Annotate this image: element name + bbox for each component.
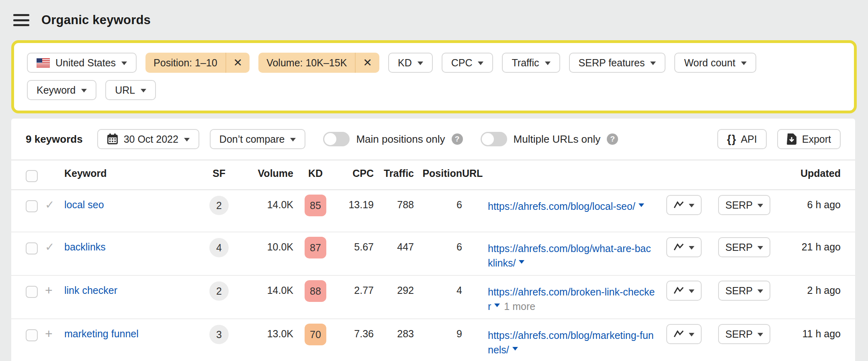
remove-filter-icon[interactable]: ✕ bbox=[355, 53, 379, 73]
keyword-link[interactable]: marketing funnel bbox=[64, 328, 139, 339]
filter-chip-label[interactable]: Position: 1–10 bbox=[145, 53, 225, 73]
row-checkbox[interactable] bbox=[26, 286, 38, 298]
calendar-icon bbox=[107, 133, 118, 145]
volume-value: 10.0K bbox=[241, 241, 293, 253]
chevron-down-icon bbox=[545, 62, 551, 68]
updated-value: 6 h ago bbox=[776, 199, 841, 211]
updated-value: 21 h ago bbox=[776, 241, 841, 253]
position-value: 6 bbox=[414, 199, 462, 211]
url-expand-icon[interactable] bbox=[519, 260, 524, 267]
api-button[interactable]: { } API bbox=[717, 129, 767, 149]
trend-icon bbox=[674, 243, 684, 251]
row-checkbox[interactable] bbox=[26, 200, 38, 212]
col-keyword[interactable]: Keyword bbox=[64, 160, 197, 187]
position-history-button[interactable] bbox=[666, 237, 702, 257]
country-selector[interactable]: United States bbox=[27, 53, 137, 73]
chevron-down-icon bbox=[418, 62, 423, 68]
page-title: Organic keywords bbox=[41, 13, 151, 27]
position-history-button[interactable] bbox=[666, 281, 702, 301]
remove-filter-icon[interactable]: ✕ bbox=[225, 53, 250, 73]
filter-serp-features[interactable]: SERP features bbox=[569, 53, 666, 73]
col-updated[interactable]: Updated bbox=[776, 160, 841, 187]
url-link[interactable]: https://ahrefs.com/blog/local-seo/ bbox=[488, 201, 635, 212]
trend-icon bbox=[674, 330, 684, 338]
country-label: United States bbox=[55, 57, 116, 69]
col-sf[interactable]: SF bbox=[197, 160, 241, 187]
cpc-value: 2.77 bbox=[338, 285, 374, 296]
keyword-link[interactable]: link checker bbox=[64, 285, 117, 296]
filter-chip-label[interactable]: Volume: 10K–15K bbox=[258, 53, 355, 73]
filter-keyword[interactable]: Keyword bbox=[27, 80, 96, 100]
serp-button[interactable]: SERP bbox=[718, 281, 770, 301]
chevron-down-icon bbox=[650, 62, 656, 68]
col-volume[interactable]: Volume bbox=[241, 160, 293, 187]
results-panel: 9 keywords 30 Oct 2022 Don’t compare bbox=[11, 119, 855, 361]
filter-traffic[interactable]: Traffic bbox=[502, 53, 560, 73]
multiple-urls-toggle[interactable] bbox=[481, 132, 507, 146]
filter-kd[interactable]: KD bbox=[388, 53, 433, 73]
chevron-down-icon bbox=[81, 89, 87, 95]
updated-value: 2 h ago bbox=[776, 285, 841, 296]
url-link[interactable]: https://ahrefs.com/blog/what-are-backlin… bbox=[488, 243, 651, 269]
col-traffic[interactable]: Traffic bbox=[374, 160, 414, 187]
export-button[interactable]: Export bbox=[777, 129, 841, 149]
multiple-urls-label: Multiple URLs only bbox=[514, 133, 601, 146]
col-kd[interactable]: KD bbox=[293, 160, 338, 187]
select-all-checkbox[interactable] bbox=[26, 170, 38, 182]
url-expand-icon[interactable] bbox=[494, 304, 500, 310]
check-icon: ✓ bbox=[45, 241, 64, 253]
position-history-button[interactable] bbox=[666, 324, 702, 344]
add-keyword-icon[interactable]: + bbox=[45, 285, 64, 296]
updated-value: 11 h ago bbox=[776, 328, 841, 340]
serp-button[interactable]: SERP bbox=[718, 237, 770, 257]
main-positions-label: Main positions only bbox=[356, 133, 445, 146]
chevron-down-icon bbox=[689, 333, 694, 339]
filter-cpc[interactable]: CPC bbox=[442, 53, 493, 73]
table-row: + link checker 2 14.0K 88 2.77 292 4 htt… bbox=[11, 276, 855, 319]
col-position[interactable]: Position bbox=[414, 160, 462, 187]
row-checkbox[interactable] bbox=[26, 242, 38, 254]
kd-badge: 87 bbox=[305, 237, 326, 258]
serp-button[interactable]: SERP bbox=[718, 195, 770, 215]
chevron-down-icon bbox=[741, 62, 747, 68]
cpc-value: 13.19 bbox=[338, 199, 374, 211]
chevron-down-icon bbox=[121, 62, 127, 68]
keyword-link[interactable]: local seo bbox=[64, 199, 104, 210]
braces-icon: { } bbox=[727, 133, 735, 146]
url-expand-icon[interactable] bbox=[512, 347, 518, 353]
cpc-value: 5.67 bbox=[338, 241, 374, 253]
download-icon bbox=[787, 133, 796, 145]
main-positions-toggle[interactable] bbox=[323, 132, 350, 146]
table-header: Keyword SF Volume KD CPC Traffic Positio… bbox=[11, 160, 855, 190]
cpc-value: 7.36 bbox=[338, 328, 374, 340]
filter-chip-volume: Volume: 10K–15K ✕ bbox=[258, 53, 379, 73]
position-history-button[interactable] bbox=[666, 195, 702, 215]
help-icon[interactable]: ? bbox=[452, 133, 463, 145]
volume-value: 14.0K bbox=[241, 285, 293, 296]
position-value: 9 bbox=[414, 328, 462, 340]
row-checkbox[interactable] bbox=[26, 329, 38, 341]
kd-badge: 88 bbox=[305, 280, 326, 302]
url-expand-icon[interactable] bbox=[639, 203, 644, 210]
menu-icon[interactable] bbox=[13, 14, 29, 26]
check-icon: ✓ bbox=[45, 199, 64, 211]
more-urls-label[interactable]: 1 more bbox=[504, 301, 535, 312]
keywords-count: 9 keywords bbox=[26, 133, 83, 146]
chevron-down-icon bbox=[689, 246, 694, 252]
add-keyword-icon[interactable]: + bbox=[45, 328, 64, 339]
sf-badge: 4 bbox=[209, 238, 229, 257]
compare-selector[interactable]: Don’t compare bbox=[210, 129, 306, 149]
table-row: ✓ backlinks 4 10.0K 87 5.67 447 6 https:… bbox=[11, 232, 855, 276]
chevron-down-icon bbox=[290, 138, 296, 144]
filter-url[interactable]: URL bbox=[105, 80, 156, 100]
filter-word-count[interactable]: Word count bbox=[674, 53, 756, 73]
help-icon[interactable]: ? bbox=[607, 133, 618, 145]
col-url[interactable]: URL bbox=[462, 160, 656, 187]
serp-button[interactable]: SERP bbox=[718, 324, 770, 344]
keyword-link[interactable]: backlinks bbox=[64, 241, 106, 252]
date-picker[interactable]: 30 Oct 2022 bbox=[97, 129, 199, 149]
col-cpc[interactable]: CPC bbox=[338, 160, 374, 187]
kd-badge: 70 bbox=[305, 324, 326, 345]
traffic-value: 447 bbox=[374, 241, 414, 253]
toolbar: 9 keywords 30 Oct 2022 Don’t compare bbox=[11, 119, 855, 160]
